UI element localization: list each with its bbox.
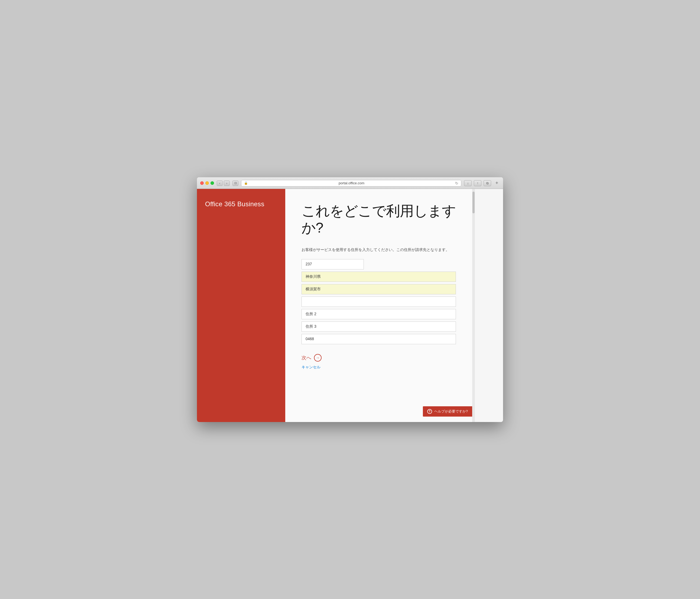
download-button[interactable]: ↓ [464, 180, 472, 186]
forward-icon: › [226, 182, 227, 185]
description-text: お客様がサービスを使用する住所を入力してください。この住所が請求先となります。 [301, 247, 456, 253]
brand-title: Office 365 Business [205, 200, 265, 208]
city-field [301, 284, 456, 294]
next-label: 次へ [301, 355, 311, 361]
window-icon: ⧉ [486, 181, 489, 185]
reader-icon: ⊡ [234, 181, 237, 185]
traffic-lights [200, 181, 214, 185]
form-section [301, 259, 456, 344]
help-button[interactable]: ? ヘルプが必要ですか? [423, 406, 472, 416]
maximize-button[interactable] [210, 181, 214, 185]
sidebar: Office 365 Business [197, 189, 285, 422]
next-arrow-icon: → [314, 354, 322, 362]
reader-button[interactable]: ⊡ [232, 181, 239, 186]
postal-code-field [301, 259, 456, 269]
phone-input[interactable] [301, 334, 456, 344]
prefecture-field [301, 271, 456, 282]
city-input[interactable] [301, 284, 456, 294]
share-button[interactable]: ↑ [474, 180, 481, 186]
nav-buttons: ‹ › [217, 181, 230, 186]
cancel-link[interactable]: キャンセル [301, 365, 321, 370]
lock-icon: 🔒 [244, 181, 248, 185]
url-text: portal.office.com [250, 181, 453, 185]
address2-input[interactable] [301, 309, 456, 319]
download-icon: ↓ [467, 181, 469, 185]
scrollbar[interactable] [472, 189, 475, 422]
address1-input[interactable] [301, 296, 456, 307]
help-question-icon: ? [427, 409, 432, 414]
postal-code-input[interactable] [301, 259, 364, 269]
share-icon: ↑ [477, 181, 478, 185]
page-content: Office 365 Business これをどこで利用しますか? お客様がサー… [197, 189, 472, 422]
forward-button[interactable]: › [224, 181, 230, 186]
main-content: これをどこで利用しますか? お客様がサービスを使用する住所を入力してください。こ… [285, 189, 472, 422]
back-icon: ‹ [219, 182, 220, 185]
refresh-icon[interactable]: ↻ [455, 181, 458, 185]
add-tab-button[interactable]: + [494, 180, 500, 186]
browser-window: ‹ › ⊡ 🔒 portal.office.com ↻ ↓ ↑ ⧉ [197, 177, 503, 422]
phone-field [301, 334, 456, 344]
actions-row: 次へ → キャンセル [301, 354, 456, 370]
page-with-scroll: Office 365 Business これをどこで利用しますか? お客様がサー… [197, 189, 503, 422]
minimize-button[interactable] [205, 181, 209, 185]
back-button[interactable]: ‹ [217, 181, 223, 186]
window-button[interactable]: ⧉ [483, 180, 491, 186]
address3-input[interactable] [301, 321, 456, 332]
next-link[interactable]: 次へ → [301, 354, 322, 362]
address-bar[interactable]: 🔒 portal.office.com ↻ [241, 180, 461, 187]
close-button[interactable] [200, 181, 204, 185]
prefecture-input[interactable] [301, 271, 456, 282]
browser-chrome: ‹ › ⊡ 🔒 portal.office.com ↻ ↓ ↑ ⧉ [197, 177, 503, 189]
address2-field [301, 309, 456, 319]
address3-field [301, 321, 456, 332]
address1-field [301, 296, 456, 307]
page-heading: これをどこで利用しますか? [301, 202, 456, 236]
browser-actions: ↓ ↑ ⧉ [464, 180, 491, 186]
scrollbar-thumb[interactable] [472, 192, 475, 213]
help-label: ヘルプが必要ですか? [434, 409, 468, 414]
add-tab-icon: + [496, 180, 498, 186]
